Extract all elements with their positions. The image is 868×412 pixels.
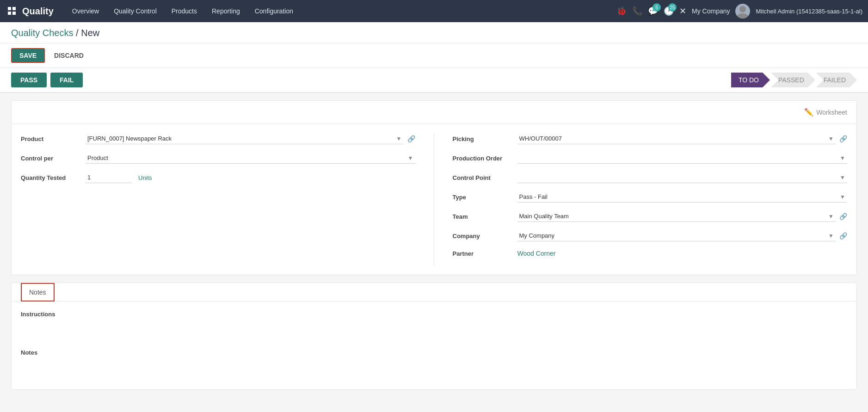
control-per-select-wrapper: Product ▼ [86,153,415,164]
phone-icon[interactable]: 📞 [632,6,642,16]
label-type: Type [453,194,517,201]
company-select[interactable]: My Company [517,230,836,241]
svg-point-5 [737,13,748,18]
company-name: My Company [692,7,730,15]
bug-icon[interactable]: 🐞 [616,6,627,16]
label-picking: Picking [453,135,517,142]
breadcrumb: Quality Checks / New [11,28,857,38]
team-ext-link[interactable]: 🔗 [839,213,847,220]
field-company: Company My Company ▼ 🔗 [453,230,848,241]
nav-right: 🐞 📞 💬 5 🕐 25 ✕ My Company Mitchell Admin… [616,4,862,18]
company-ext-link[interactable]: 🔗 [839,232,847,240]
team-select[interactable]: Main Quality Team [517,211,836,222]
value-type: Pass - Fail ▼ [517,191,848,203]
notes-section: Notes Instructions Notes [11,283,857,390]
status-left: PASS FAIL [11,73,83,87]
partner-link[interactable]: Wood Corner [517,250,556,257]
product-select[interactable]: [FURN_0007] Newspaper Rack [86,133,404,144]
team-select-wrapper: Main Quality Team ▼ [517,211,836,222]
field-quantity-tested: Quantity Tested Units [21,172,415,183]
svg-rect-3 [12,12,16,15]
wrench-icon[interactable]: ✕ [679,6,686,16]
svg-rect-2 [8,12,11,15]
field-picking: Picking WH/OUT/00007 ▼ 🔗 [453,133,848,144]
svg-rect-0 [8,7,11,10]
app-grid-icon[interactable] [6,5,18,18]
form-card: ✏️ Worksheet Product [FURN_0007] Newspap… [11,100,857,275]
breadcrumb-sep: / [76,28,81,38]
value-company: My Company ▼ 🔗 [517,230,848,241]
picking-ext-link[interactable]: 🔗 [839,135,847,142]
notes-title: Notes [21,349,847,356]
form-left: Product [FURN_0007] Newspaper Rack ▼ 🔗 C… [21,133,434,265]
app-title: Quality [22,6,54,17]
label-company: Company [453,233,517,240]
value-production-order: ▼ [517,153,848,164]
label-control-per: Control per [21,155,86,162]
field-control-per: Control per Product ▼ [21,153,415,164]
form-body: Product [FURN_0007] Newspaper Rack ▼ 🔗 C… [12,124,856,275]
discard-button[interactable]: DISCARD [49,49,89,62]
pass-button[interactable]: PASS [11,73,47,87]
nav-overview[interactable]: Overview [65,0,106,22]
field-partner: Partner Wood Corner [453,250,848,257]
product-ext-link[interactable]: 🔗 [407,135,415,142]
timer-badge: 25 [668,3,677,12]
pipeline-passed[interactable]: PASSED [771,73,815,87]
worksheet-header: ✏️ Worksheet [12,101,856,124]
form-right: Picking WH/OUT/00007 ▼ 🔗 Production Orde… [434,133,848,265]
timer-icon[interactable]: 🕐 25 [664,6,674,16]
save-button[interactable]: SAVE [11,48,45,63]
value-control-per: Product ▼ [86,153,415,164]
quantity-tested-input[interactable] [86,172,132,183]
company-select-wrapper: My Company ▼ [517,230,836,241]
avatar[interactable] [735,4,750,18]
control-point-select-wrapper: ▼ [517,172,848,183]
worksheet-label: Worksheet [816,109,847,116]
notes-editor[interactable] [21,362,847,380]
nav-quality-control[interactable]: Quality Control [106,0,164,22]
top-navigation: Quality Overview Quality Control Product… [0,0,868,22]
prod-order-select-wrapper: ▼ [517,153,848,164]
value-team: Main Quality Team ▼ 🔗 [517,211,848,222]
fail-button[interactable]: FAIL [50,73,83,87]
product-select-wrapper: [FURN_0007] Newspaper Rack ▼ [86,133,404,144]
chat-icon[interactable]: 💬 5 [648,6,658,16]
value-partner: Wood Corner [517,250,848,257]
units-link[interactable]: Units [138,174,152,181]
status-row: PASS FAIL TO DO PASSED FAILED [0,68,868,93]
field-production-order: Production Order ▼ [453,153,848,164]
label-product: Product [21,135,86,142]
value-quantity-tested: Units [86,172,415,183]
control-per-select[interactable]: Product [86,153,415,164]
breadcrumb-parent[interactable]: Quality Checks [11,28,74,38]
control-point-select[interactable] [517,172,848,183]
svg-rect-1 [12,7,16,10]
value-product: [FURN_0007] Newspaper Rack ▼ 🔗 [86,133,415,144]
pencil-icon: ✏️ [804,108,813,117]
instructions-editor[interactable] [21,323,847,342]
notes-tab-bar: Notes [12,283,856,301]
user-name: Mitchell Admin (15412385-saas-15-1-al) [756,8,862,15]
label-quantity-tested: Quantity Tested [21,174,86,181]
value-control-point: ▼ [517,172,848,183]
label-partner: Partner [453,250,517,257]
notes-tab[interactable]: Notes [21,283,55,301]
picking-select-wrapper: WH/OUT/00007 ▼ [517,133,836,144]
worksheet-button[interactable]: ✏️ Worksheet [804,108,847,117]
value-picking: WH/OUT/00007 ▼ 🔗 [517,133,848,144]
field-control-point: Control Point ▼ [453,172,848,183]
pipeline-todo[interactable]: TO DO [731,73,770,87]
field-product: Product [FURN_0007] Newspaper Rack ▼ 🔗 [21,133,415,144]
svg-point-4 [739,6,746,12]
page-header: Quality Checks / New [0,22,868,43]
nav-products[interactable]: Products [164,0,204,22]
instructions-title: Instructions [21,311,847,318]
label-production-order: Production Order [453,155,517,162]
pipeline-failed[interactable]: FAILED [816,73,857,87]
nav-configuration[interactable]: Configuration [247,0,301,22]
nav-reporting[interactable]: Reporting [204,0,247,22]
type-select[interactable]: Pass - Fail [517,191,848,203]
production-order-select[interactable] [517,153,848,164]
picking-select[interactable]: WH/OUT/00007 [517,133,836,144]
